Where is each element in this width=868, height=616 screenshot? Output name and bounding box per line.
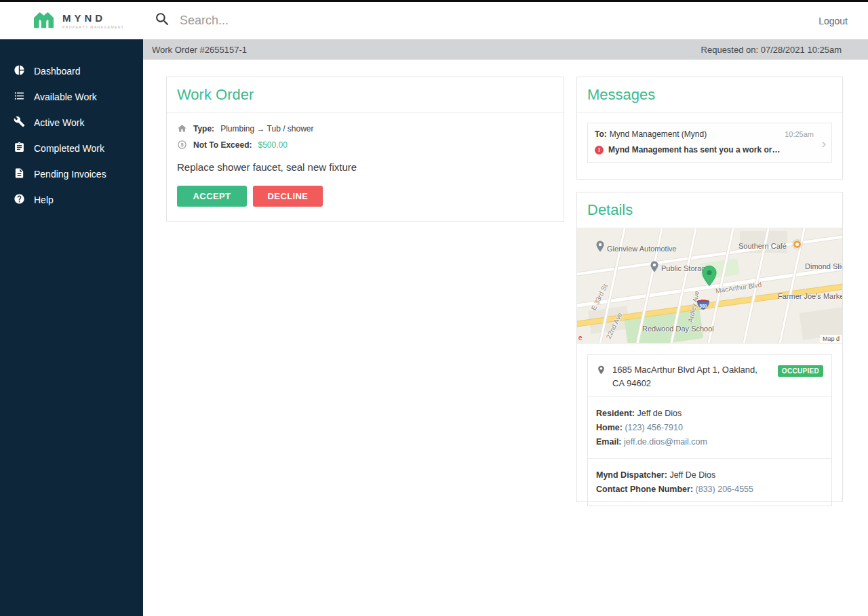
interstate-580-shield-icon: 580 [696, 299, 710, 313]
chevron-right-icon: › [822, 136, 826, 149]
email-line: Email: jeff.de.dios@mail.com [596, 437, 823, 447]
dollar-icon: $ [177, 140, 187, 150]
message-to-label: To: [595, 129, 607, 139]
main-content: Work Order Type: Plumbing → Tub / shower… [143, 60, 868, 616]
work-order-card: Work Order Type: Plumbing → Tub / shower… [166, 77, 564, 222]
dashboard-icon [14, 64, 25, 78]
message-recipient: Mynd Management (Mynd) [610, 129, 707, 139]
location-pin-icon [596, 363, 606, 379]
sidebar-item-label: Available Work [34, 91, 97, 102]
dispatcher-line: Mynd Dispatcher: Jeff De Dios [596, 470, 823, 480]
map-label-truncated: e [578, 334, 583, 342]
details-card-body: 1685 MacArthur Blvd Apt 1, Oakland, CA 9… [577, 344, 842, 517]
work-order-nte-row: $ Not To Exceed: $500.00 [177, 140, 553, 150]
sidebar-item-dashboard[interactable]: Dashboard [0, 58, 143, 84]
svg-text:580: 580 [700, 304, 707, 308]
work-order-actions: ACCEPT DECLINE [177, 186, 553, 207]
sidebar-item-pending-invoices[interactable]: Pending Invoices [0, 161, 143, 187]
email-label: Email: [596, 437, 622, 447]
email-link[interactable]: jeff.de.dios@mail.com [624, 437, 707, 447]
home-phone-line: Home: (123) 456-7910 [596, 423, 823, 432]
resident-line: Resident: Jeff de Dios [596, 409, 823, 418]
work-order-card-body: Type: Plumbing → Tub / shower $ Not To E… [167, 113, 564, 217]
map-label-redwood-day-school: Redwood Day School [642, 325, 714, 333]
message-list-item[interactable]: To: Mynd Management (Mynd) 10:25am ! Myn… [587, 123, 832, 163]
sidebar-item-completed-work[interactable]: Completed Work [0, 136, 143, 161]
resident-section: Resident: Jeff de Dios Home: (123) 456-7… [588, 396, 831, 458]
accept-button[interactable]: ACCEPT [177, 186, 247, 207]
requested-on-timestamp: Requested on: 07/28/2021 10:25am [701, 45, 842, 55]
mynd-logo[interactable]: MYND PROPERTY MANAGEMENT [0, 9, 143, 33]
poi-pin-icon [650, 261, 658, 275]
help-icon [14, 193, 25, 207]
resident-label: Resident: [596, 409, 635, 418]
property-address: 1685 MacArthur Blvd Apt 1, Oakland, CA 9… [612, 363, 772, 390]
contact-phone-label: Contact Phone Number: [596, 485, 693, 494]
messages-card: Messages To: Mynd Management (Mynd) 10:2… [576, 77, 843, 180]
contact-phone-link[interactable]: (833) 206-4555 [696, 485, 753, 494]
type-value: Plumbing → Tub / shower [220, 124, 313, 134]
home-phone-link[interactable]: (123) 456-7910 [625, 423, 682, 432]
resident-name: Jeff de Dios [637, 409, 682, 418]
message-preview-text: Mynd Management has sent you a work or… [608, 145, 780, 155]
sidebar-item-label: Pending Invoices [34, 169, 106, 180]
wrench-icon [14, 116, 25, 129]
poi-pin-icon [596, 241, 604, 255]
logout-button[interactable]: Logout [818, 16, 848, 26]
sidebar-item-label: Help [34, 194, 54, 205]
details-card: Details Glenview Automotive Pu [576, 192, 843, 502]
cafe-poi-icon [793, 240, 802, 249]
dispatcher-name: Jeff De Dios [669, 470, 715, 480]
work-order-type-row: Type: Plumbing → Tub / shower [177, 123, 553, 134]
search-icon [154, 11, 171, 30]
sidebar-item-label: Dashboard [34, 66, 81, 77]
dispatcher-label: Mynd Dispatcher: [596, 470, 667, 480]
work-order-number: Work Order #2655157-1 [152, 45, 247, 55]
sidebar-nav: Dashboard Available Work Active Work Com… [0, 39, 143, 616]
alert-icon: ! [595, 146, 604, 155]
work-order-card-title: Work Order [167, 77, 564, 113]
search-input[interactable] [180, 14, 559, 28]
home-icon [177, 123, 187, 134]
map-label-glenview-automotive: Glenview Automotive [607, 245, 677, 253]
property-location-map[interactable]: Glenview Automotive Public Storage South… [577, 228, 842, 344]
logo-text-block: MYND PROPERTY MANAGEMENT [62, 12, 124, 29]
nte-label: Not To Exceed: [193, 140, 252, 150]
sidebar-item-active-work[interactable]: Active Work [0, 110, 143, 136]
sidebar-item-available-work[interactable]: Available Work [0, 84, 143, 110]
message-preview-row: ! Mynd Management has sent you a work or… [595, 145, 814, 155]
search-area [154, 11, 818, 30]
address-section: 1685 MacArthur Blvd Apt 1, Oakland, CA 9… [588, 355, 831, 396]
map-attribution: Map d [820, 335, 842, 343]
dispatcher-section: Mynd Dispatcher: Jeff De Dios Contact Ph… [588, 458, 831, 506]
mynd-logo-icon [31, 9, 56, 33]
work-order-subheader: Work Order #2655157-1 Requested on: 07/2… [143, 39, 868, 60]
sidebar-item-label: Active Work [34, 117, 84, 128]
svg-text:$: $ [180, 142, 184, 148]
message-recipient-row: To: Mynd Management (Mynd) 10:25am [595, 129, 814, 139]
logo-tagline: PROPERTY MANAGEMENT [62, 25, 124, 29]
map-marker-pin[interactable] [702, 265, 717, 289]
map-label-farmer-joes: Farmer Joe's Marketpla [778, 292, 842, 300]
messages-card-title: Messages [577, 77, 842, 113]
invoice-icon [14, 167, 25, 181]
list-icon [14, 90, 25, 104]
map-label-dimond-slice: Dimond Slice Piz [805, 262, 842, 270]
message-timestamp: 10:25am [785, 130, 814, 138]
window-top-edge [0, 0, 868, 2]
type-label: Type: [193, 124, 214, 134]
work-order-description: Replace shower faucet, seal new fixture [177, 161, 553, 173]
clipboard-icon [14, 142, 25, 155]
sidebar-item-help[interactable]: Help [0, 187, 143, 213]
logo-name: MYND [62, 12, 124, 24]
nte-value: $500.00 [258, 140, 287, 150]
home-phone-label: Home: [596, 423, 623, 432]
details-card-title: Details [577, 192, 842, 228]
messages-card-body: To: Mynd Management (Mynd) 10:25am ! Myn… [577, 113, 842, 172]
occupancy-status-badge: OCCUPIED [778, 365, 823, 377]
contact-phone-line: Contact Phone Number: (833) 206-4555 [596, 485, 823, 494]
decline-button[interactable]: DECLINE [253, 186, 323, 207]
map-label-southern-cafe: Southern Café [738, 242, 787, 250]
app-header: MYND PROPERTY MANAGEMENT Logout [0, 2, 868, 39]
sidebar-item-label: Completed Work [34, 143, 104, 154]
